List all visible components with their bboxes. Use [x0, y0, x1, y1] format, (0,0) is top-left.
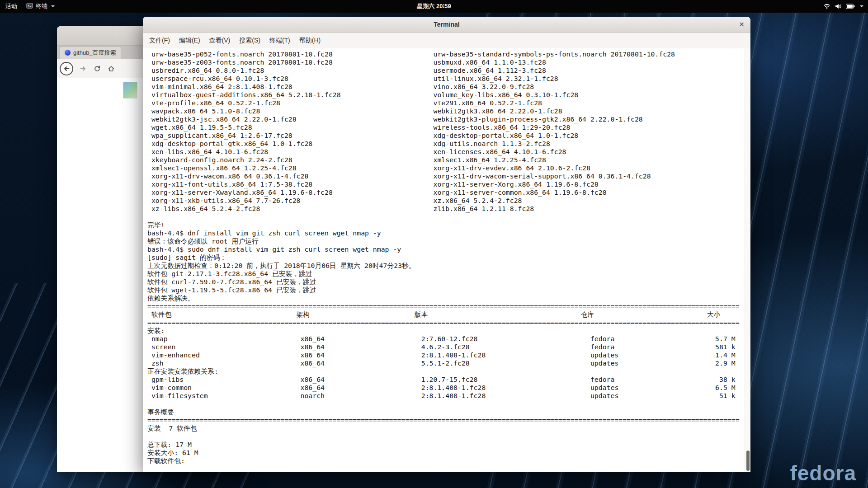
menu-item-view[interactable]: 查看(V) — [205, 33, 235, 48]
fedora-watermark: fedora — [790, 461, 856, 485]
clock-button[interactable]: 星期六 20∶59 — [417, 0, 451, 13]
clock-label: 星期六 20∶59 — [417, 2, 451, 10]
close-button[interactable]: × — [739, 17, 744, 32]
desktop-background: fedora 活动 终端 星期六 20∶59 — [0, 0, 868, 488]
back-button[interactable] — [60, 62, 73, 75]
terminal-body[interactable]: urw-base35-p052-fonts.noarch 20170801-10… — [143, 48, 750, 472]
terminal-titlebar[interactable]: Terminal × — [143, 17, 750, 33]
menu-item-help[interactable]: 帮助(H) — [295, 33, 325, 48]
battery-icon — [846, 4, 855, 9]
menu-item-search[interactable]: 搜索(S) — [235, 33, 265, 48]
back-arrow-icon — [63, 65, 70, 72]
system-status-area[interactable] — [823, 0, 863, 13]
refresh-icon — [94, 65, 101, 72]
menu-item-edit[interactable]: 编辑(E) — [175, 33, 205, 48]
terminal-window: Terminal × 文件(F)编辑(E)查看(V)搜索(S)终端(T)帮助(H… — [143, 17, 750, 472]
terminal-scrollbar[interactable] — [745, 48, 750, 472]
terminal-title: Terminal — [434, 21, 459, 28]
terminal-output: urw-base35-p052-fonts.noarch 20170801-10… — [143, 48, 750, 465]
app-menu-button[interactable]: 终端 — [26, 0, 55, 13]
wifi-icon — [823, 3, 830, 10]
page-thumbnail-image — [123, 82, 137, 99]
menu-item-file[interactable]: 文件(F) — [145, 33, 175, 48]
menu-item-terminal[interactable]: 终端(T) — [265, 33, 295, 48]
baidu-favicon-icon — [65, 50, 71, 56]
volume-icon — [835, 3, 842, 10]
activities-label: 活动 — [5, 2, 17, 10]
browser-tab[interactable]: github_百度搜索 — [60, 46, 121, 59]
home-button[interactable] — [107, 65, 115, 73]
scrollbar-thumb[interactable] — [746, 450, 750, 471]
terminal-menubar: 文件(F)编辑(E)查看(V)搜索(S)终端(T)帮助(H) — [143, 33, 750, 49]
refresh-button[interactable] — [93, 65, 101, 73]
chevron-down-icon — [51, 5, 55, 7]
forward-arrow-icon — [80, 65, 87, 72]
chevron-down-icon — [860, 5, 863, 7]
top-bar: 活动 终端 星期六 20∶59 — [0, 0, 868, 13]
app-menu-label: 终端 — [36, 2, 47, 10]
activities-button[interactable]: 活动 — [5, 0, 17, 13]
tab-title: github_百度搜索 — [73, 49, 116, 57]
home-icon — [108, 65, 115, 72]
terminal-icon — [26, 2, 33, 10]
forward-button[interactable] — [79, 65, 87, 73]
